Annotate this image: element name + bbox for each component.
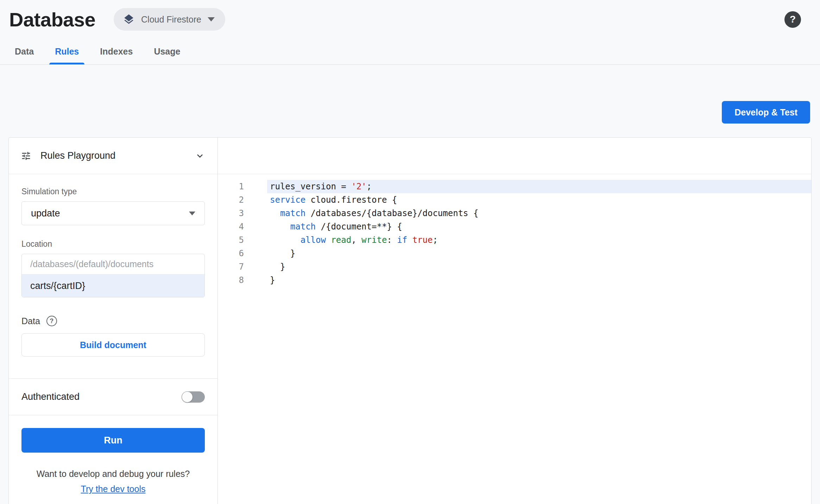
rules-editor: 1rules_version = '2';2service cloud.fire… bbox=[218, 138, 811, 504]
chevron-down-icon bbox=[208, 17, 215, 21]
data-help-icon[interactable]: ? bbox=[46, 316, 57, 326]
toolbar: Develop & Test bbox=[0, 65, 820, 124]
toggle-thumb bbox=[182, 392, 193, 402]
help-glyph: ? bbox=[790, 14, 796, 25]
line-content: allow read, write: if true; bbox=[267, 233, 811, 247]
dev-tools-link[interactable]: Try the dev tools bbox=[9, 484, 217, 494]
code-line[interactable]: 7 } bbox=[218, 260, 811, 273]
line-content: match /databases/{database}/documents { bbox=[267, 207, 811, 220]
playground-form: Simulation type update Location /databas… bbox=[9, 174, 217, 357]
simulation-type-value: update bbox=[31, 208, 60, 219]
location-base-path: /databases/(default)/documents bbox=[22, 254, 204, 275]
code-line[interactable]: 5 allow read, write: if true; bbox=[218, 233, 811, 247]
code-line[interactable]: 4 match /{document=**} { bbox=[218, 220, 811, 233]
line-content: service cloud.firestore { bbox=[267, 193, 811, 207]
tab-indexes[interactable]: Indexes bbox=[89, 39, 143, 64]
help-icon[interactable]: ? bbox=[784, 11, 801, 28]
line-number: 1 bbox=[218, 180, 267, 193]
line-content: rules_version = '2'; bbox=[267, 180, 811, 193]
firestore-icon bbox=[123, 13, 135, 25]
line-content: match /{document=**} { bbox=[267, 220, 811, 233]
code-area[interactable]: 1rules_version = '2';2service cloud.fire… bbox=[218, 174, 811, 287]
tune-icon bbox=[21, 151, 31, 161]
database-selector[interactable]: Cloud Firestore bbox=[114, 8, 225, 31]
simulation-type-label: Simulation type bbox=[21, 187, 205, 196]
tab-usage[interactable]: Usage bbox=[143, 39, 191, 64]
authenticated-row: Authenticated bbox=[9, 379, 217, 415]
code-line[interactable]: 2service cloud.firestore { bbox=[218, 193, 811, 207]
data-row: Data ? bbox=[21, 316, 205, 326]
authenticated-label: Authenticated bbox=[21, 391, 80, 402]
page-header: Database Cloud Firestore ? bbox=[0, 0, 820, 39]
authenticated-toggle[interactable] bbox=[182, 391, 205, 403]
line-number: 6 bbox=[218, 247, 267, 260]
simulation-type-select[interactable]: update bbox=[21, 201, 205, 225]
location-label: Location bbox=[21, 239, 205, 249]
dev-tools-text: Want to develop and debug your rules? bbox=[9, 469, 217, 479]
tab-bar: DataRulesIndexesUsage bbox=[0, 39, 820, 65]
build-document-button[interactable]: Build document bbox=[21, 333, 205, 357]
rules-playground-panel: Rules Playground Simulation type update … bbox=[9, 138, 218, 504]
code-line[interactable]: 6 } bbox=[218, 247, 811, 260]
select-caret-icon bbox=[189, 212, 195, 215]
line-number: 5 bbox=[218, 233, 267, 247]
develop-test-button[interactable]: Develop & Test bbox=[722, 101, 810, 124]
rules-card: Rules Playground Simulation type update … bbox=[8, 137, 812, 504]
line-content: } bbox=[267, 260, 811, 273]
line-content: } bbox=[267, 273, 811, 287]
line-content: } bbox=[267, 247, 811, 260]
line-number: 8 bbox=[218, 273, 267, 287]
playground-title: Rules Playground bbox=[40, 150, 115, 161]
playground-header[interactable]: Rules Playground bbox=[9, 138, 217, 174]
location-input[interactable]: carts/{cartID} bbox=[22, 275, 204, 297]
page-title: Database bbox=[9, 8, 95, 31]
run-button[interactable]: Run bbox=[21, 428, 205, 453]
editor-toolbar-strip bbox=[218, 138, 811, 174]
data-label: Data bbox=[21, 316, 40, 326]
tab-data[interactable]: Data bbox=[4, 39, 44, 64]
collapse-chevron-icon[interactable] bbox=[194, 150, 206, 162]
line-number: 4 bbox=[218, 220, 267, 233]
code-line[interactable]: 1rules_version = '2'; bbox=[218, 180, 811, 193]
location-input-group: /databases/(default)/documents carts/{ca… bbox=[21, 254, 205, 297]
code-line[interactable]: 8} bbox=[218, 273, 811, 287]
code-line[interactable]: 3 match /databases/{database}/documents … bbox=[218, 207, 811, 220]
database-selector-label: Cloud Firestore bbox=[141, 14, 201, 25]
line-number: 2 bbox=[218, 193, 267, 207]
line-number: 7 bbox=[218, 260, 267, 273]
data-help-glyph: ? bbox=[50, 317, 53, 325]
tab-rules[interactable]: Rules bbox=[44, 39, 89, 64]
line-number: 3 bbox=[218, 207, 267, 220]
